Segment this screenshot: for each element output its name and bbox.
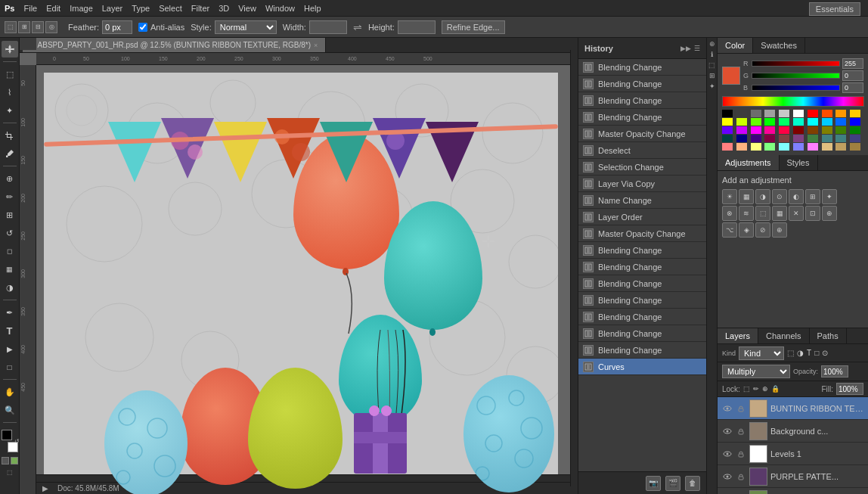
layer-visibility-toggle[interactable] [722,471,733,482]
swatch-color[interactable] [835,110,846,117]
shape-tool[interactable]: □ [2,359,18,375]
type-tool[interactable]: T [2,322,18,339]
blend-mode-dropdown[interactable]: MultiplyNormalScreenOverlay [722,365,790,378]
history-item[interactable]: Blending Change [578,109,706,126]
g-slider[interactable] [752,73,840,79]
layer-visibility-toggle[interactable] [722,403,733,414]
styles-tab[interactable]: Styles [780,155,818,170]
selective-color-btn[interactable]: ⌥ [722,222,737,238]
history-item[interactable]: Blending Change [578,242,706,259]
adj-icon-4[interactable]: ⊕ [772,222,787,238]
workspace-btn[interactable]: Essentials [809,2,860,16]
paths-tab[interactable]: Paths [810,328,847,343]
quick-mask-btn[interactable] [11,457,18,464]
swatch-color[interactable] [850,118,860,126]
swatch-color[interactable] [835,143,846,151]
layers-tab[interactable]: Layers [718,328,758,343]
swatch-color[interactable] [736,126,747,134]
layer-item[interactable]: Levels 1 [718,443,868,465]
new-snapshot-btn[interactable]: 📷 [646,476,661,491]
filter-adjust-btn[interactable]: ◑ [797,349,804,357]
menu-file[interactable]: File [23,4,37,13]
heal-tool[interactable]: ⊕ [2,170,18,187]
vertical-scrollbar[interactable] [570,50,578,486]
swatch-color[interactable] [722,143,733,151]
hue-spectrum[interactable] [722,96,864,107]
history-list[interactable]: Blending Change Blending Change Blending… [578,59,706,471]
swatch-color[interactable] [822,126,832,134]
swatch-color[interactable] [751,143,761,151]
layer-item[interactable]: BUNTING RIBBON TEXTURE [718,397,868,420]
adj-icon-3[interactable]: ⊘ [755,222,770,238]
posterize-btn[interactable]: ✕ [789,206,804,221]
swatch-color[interactable] [736,110,747,117]
standard-mode-btn[interactable] [2,457,9,464]
adj-icon-2[interactable]: ◈ [739,222,754,238]
swatch-color[interactable] [764,135,775,142]
nav-icon-5[interactable]: ✦ [708,82,717,91]
nav-icon-4[interactable]: ⊞ [708,71,717,80]
layer-visibility-toggle[interactable] [722,449,733,459]
swatch-color[interactable] [793,126,804,134]
dodge-tool[interactable]: ◑ [2,279,18,296]
style-dropdown[interactable]: NormalFixed RatioFixed Size [215,20,277,34]
move-tool[interactable] [2,41,18,57]
swatch-color[interactable] [850,126,860,134]
swatch-color[interactable] [850,110,860,117]
history-item[interactable]: Master Opacity Change [578,225,706,242]
swatch-color[interactable] [764,143,775,151]
height-input[interactable] [398,20,436,34]
history-item[interactable]: Blending Change [578,76,706,92]
lock-position-btn[interactable]: ⊕ [762,385,768,393]
brush-tool[interactable]: ✏ [2,188,18,205]
gradient-tool[interactable]: ▦ [2,261,18,278]
swatches-tab[interactable]: Swatches [753,38,805,53]
swatch-color[interactable] [722,126,733,134]
history-item[interactable]: Blending Change [578,309,706,325]
hand-tool[interactable]: ✋ [2,384,18,400]
menu-image[interactable]: Image [70,4,93,13]
history-menu-btn[interactable]: ☰ [694,45,700,52]
swatch-color[interactable] [751,110,761,117]
swatch-color[interactable] [736,143,747,151]
marquee-tool[interactable]: ⬚ [2,66,18,82]
eyedropper-tool[interactable] [2,145,18,162]
menu-filter[interactable]: Filter [191,4,209,13]
vibrance-btn[interactable]: ◐ [789,189,804,204]
history-item[interactable]: Master Opacity Change [578,126,706,142]
history-item[interactable]: Name Change [578,192,706,209]
canvas-area[interactable]: © ABSPD_PARTY_001_HR.psd @ 12.5% (BUNTIN… [20,38,578,494]
menu-help[interactable]: Help [304,4,321,13]
width-input[interactable] [309,20,347,34]
history-item[interactable]: Blending Change [578,259,706,275]
swatch-color[interactable] [822,135,832,142]
menu-ps[interactable]: Ps [5,4,14,13]
swatch-color[interactable] [751,126,761,134]
screen-mode-btn[interactable]: ⬚ [7,469,13,476]
r-value[interactable] [842,58,863,69]
history-item[interactable]: Layer Order [578,209,706,225]
swatch-color[interactable] [850,143,860,151]
new-document-btn[interactable]: 🎬 [665,476,680,491]
history-item[interactable]: Layer Via Copy [578,176,706,192]
nav-icon-2[interactable]: ℹ [708,50,717,59]
swatch-color[interactable] [808,135,818,142]
filter-smart-btn[interactable]: ⊙ [822,349,828,357]
swatch-color[interactable] [793,143,804,151]
layer-item[interactable]: BUNTING TEXTURE [718,488,868,494]
swatch-color[interactable] [779,126,789,134]
swatch-color[interactable] [722,118,733,126]
layer-item[interactable]: PURPLE PATTE... [718,465,868,488]
zoom-tool[interactable]: 🔍 [2,402,18,418]
antialias-checkbox[interactable] [138,23,147,32]
layer-visibility-toggle[interactable] [722,426,733,437]
color-tab[interactable]: Color [718,38,753,53]
gradient-map-btn[interactable]: ⊕ [822,206,837,221]
doc-tab-main[interactable]: © ABSPD_PARTY_001_HR.psd @ 12.5% (BUNTIN… [23,38,326,52]
doc-tab-close-btn[interactable]: × [314,42,318,49]
swatch-color[interactable] [808,118,818,126]
swatch-color[interactable] [808,143,818,151]
fg-color-preview[interactable] [722,67,740,85]
swatch-color[interactable] [808,110,818,117]
swatch-color[interactable] [779,118,789,126]
